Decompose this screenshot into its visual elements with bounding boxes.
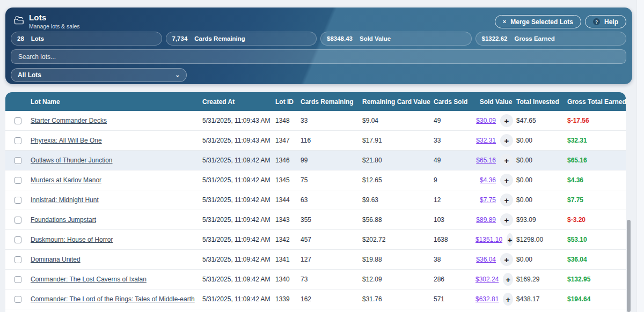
remaining-card-value-cell: $12.65 bbox=[362, 176, 434, 184]
cards-sold-cell: 103 bbox=[434, 216, 475, 224]
lot-name-link[interactable]: Starter Commander Decks bbox=[31, 117, 107, 124]
row-checkbox[interactable] bbox=[14, 296, 21, 303]
lot-name-link[interactable]: Commander: The Lord of the Rings: Tales … bbox=[31, 295, 195, 303]
row-checkbox[interactable] bbox=[14, 137, 21, 144]
gross-total-earned-cell: $-17.56 bbox=[567, 117, 626, 124]
remaining-card-value-cell: $9.04 bbox=[362, 117, 434, 124]
lot-name-link[interactable]: Duskmourn: House of Horror bbox=[31, 236, 113, 243]
row-checkbox[interactable] bbox=[14, 256, 21, 263]
sold-value-link[interactable]: $89.89 bbox=[476, 216, 496, 224]
total-invested-cell: $1298.00 bbox=[516, 236, 567, 243]
table-header-row: Lot Name Created At Lot ID Cards Remaini… bbox=[5, 92, 626, 111]
add-sale-button[interactable]: + bbox=[500, 194, 513, 206]
stat-label: Gross Earned bbox=[514, 35, 554, 42]
add-sale-button[interactable]: + bbox=[500, 253, 513, 266]
col-total-invested: Total Invested bbox=[516, 98, 567, 106]
sold-value-link[interactable]: $632.81 bbox=[475, 295, 499, 303]
row-checkbox[interactable] bbox=[14, 117, 21, 124]
row-checkbox[interactable] bbox=[14, 217, 21, 224]
add-sale-button[interactable]: + bbox=[500, 213, 513, 226]
gross-total-earned-cell: $4.36 bbox=[567, 176, 626, 184]
sold-value-link[interactable]: $65.16 bbox=[476, 157, 496, 164]
lot-name-link[interactable]: Murders at Karlov Manor bbox=[31, 176, 101, 184]
lot-name-link[interactable]: Commander: The Lost Caverns of Ixalan bbox=[31, 276, 147, 283]
created-at-cell: 5/31/2025, 11:09:42 AM bbox=[202, 216, 275, 224]
title-block: Lots Manage lots & sales bbox=[29, 13, 80, 29]
cards-remaining-cell: 457 bbox=[301, 236, 362, 243]
sold-value-link[interactable]: $4.36 bbox=[480, 176, 496, 184]
cards-sold-cell: 49 bbox=[434, 117, 475, 124]
lot-filter-select[interactable]: All Lots ⌄ bbox=[11, 68, 187, 82]
row-checkbox[interactable] bbox=[14, 157, 21, 164]
add-sale-button[interactable]: + bbox=[500, 154, 513, 167]
lot-name-link[interactable]: Dominaria United bbox=[31, 256, 80, 263]
lot-name-link[interactable]: Foundations Jumpstart bbox=[31, 216, 96, 224]
lot-id-cell: 1342 bbox=[275, 236, 301, 243]
stat-value: $8348.43 bbox=[327, 35, 353, 42]
stat-lots: 28 Lots bbox=[11, 32, 162, 46]
col-remaining-card-value: Remaining Card Value bbox=[362, 98, 434, 106]
table-row: Outlaws of Thunder Junction5/31/2025, 11… bbox=[5, 151, 626, 170]
lot-name-link[interactable]: Phyrexia: All Will Be One bbox=[31, 137, 102, 144]
remaining-card-value-cell: $56.88 bbox=[362, 216, 434, 224]
lot-id-cell: 1343 bbox=[275, 216, 301, 224]
gross-total-earned-cell: $36.04 bbox=[567, 256, 626, 263]
sold-value-link[interactable]: $7.75 bbox=[480, 196, 496, 204]
row-checkbox[interactable] bbox=[14, 276, 21, 283]
add-sale-button[interactable]: + bbox=[503, 293, 513, 306]
cards-remaining-cell: 63 bbox=[301, 196, 362, 204]
table-body: Starter Commander Decks5/31/2025, 11:09:… bbox=[5, 111, 626, 309]
search-input[interactable] bbox=[11, 49, 626, 64]
sold-value-link[interactable]: $302.24 bbox=[475, 276, 499, 283]
row-checkbox[interactable] bbox=[14, 236, 21, 243]
total-invested-cell: $93.09 bbox=[516, 216, 567, 224]
row-checkbox[interactable] bbox=[14, 177, 21, 184]
merge-selected-lots-button[interactable]: × Merge Selected Lots bbox=[495, 15, 581, 28]
remaining-card-value-cell: $9.63 bbox=[362, 196, 434, 204]
add-sale-button[interactable]: + bbox=[503, 273, 513, 286]
table-row: Dominaria United5/31/2025, 11:09:42 AM13… bbox=[5, 250, 626, 270]
col-created-at: Created At bbox=[202, 98, 275, 106]
col-gross-total-earned: Gross Total Earned bbox=[567, 98, 626, 106]
remaining-card-value-cell: $17.91 bbox=[362, 137, 434, 144]
cards-remaining-cell: 127 bbox=[301, 256, 362, 263]
cards-remaining-cell: 75 bbox=[301, 176, 362, 184]
cards-sold-cell: 49 bbox=[434, 157, 475, 164]
stat-label: Lots bbox=[31, 35, 44, 42]
lot-name-link[interactable]: Outlaws of Thunder Junction bbox=[31, 157, 113, 164]
add-sale-button[interactable]: + bbox=[500, 174, 513, 187]
stat-cards-remaining: 7,734 Cards Remaining bbox=[166, 32, 317, 46]
total-invested-cell: $0.00 bbox=[516, 137, 567, 144]
lot-id-cell: 1347 bbox=[275, 137, 301, 144]
add-sale-button[interactable]: + bbox=[507, 233, 513, 246]
table-row: Innistrad: Midnight Hunt5/31/2025, 11:09… bbox=[5, 190, 626, 210]
gross-total-earned-cell: $7.75 bbox=[567, 196, 626, 204]
add-sale-button[interactable]: + bbox=[500, 114, 513, 127]
cards-sold-cell: 571 bbox=[434, 295, 475, 303]
stat-value: 28 bbox=[17, 35, 24, 42]
lot-id-cell: 1340 bbox=[275, 276, 301, 283]
cards-remaining-cell: 116 bbox=[301, 137, 362, 144]
stat-label: Sold Value bbox=[360, 35, 391, 42]
lots-page: Lots Manage lots & sales × Merge Selecte… bbox=[0, 0, 644, 312]
lot-name-link[interactable]: Innistrad: Midnight Hunt bbox=[31, 196, 99, 204]
created-at-cell: 5/31/2025, 11:09:43 AM bbox=[202, 117, 275, 124]
sold-value-link[interactable]: $30.09 bbox=[476, 117, 496, 124]
col-lot-id: Lot ID bbox=[275, 98, 301, 106]
total-invested-cell: $0.00 bbox=[516, 196, 567, 204]
help-button[interactable]: ? Help bbox=[585, 15, 626, 28]
cards-sold-cell: 286 bbox=[434, 276, 475, 283]
row-checkbox[interactable] bbox=[14, 197, 21, 204]
add-sale-button[interactable]: + bbox=[500, 134, 513, 147]
table-scrollbar-thumb[interactable] bbox=[627, 220, 631, 312]
total-invested-cell: $169.29 bbox=[516, 276, 567, 283]
lot-id-cell: 1345 bbox=[275, 176, 301, 184]
stats-row: 28 Lots 7,734 Cards Remaining $8348.43 S… bbox=[11, 32, 626, 46]
sold-value-link[interactable]: $32.31 bbox=[476, 137, 496, 144]
sold-value-link[interactable]: $36.04 bbox=[476, 256, 496, 263]
folders-icon bbox=[13, 16, 24, 25]
gross-total-earned-cell: $53.10 bbox=[567, 236, 626, 243]
created-at-cell: 5/31/2025, 11:09:42 AM bbox=[202, 176, 275, 184]
sold-value-link[interactable]: $1351.10 bbox=[475, 236, 502, 243]
page-scrollbar-track[interactable] bbox=[636, 0, 644, 312]
